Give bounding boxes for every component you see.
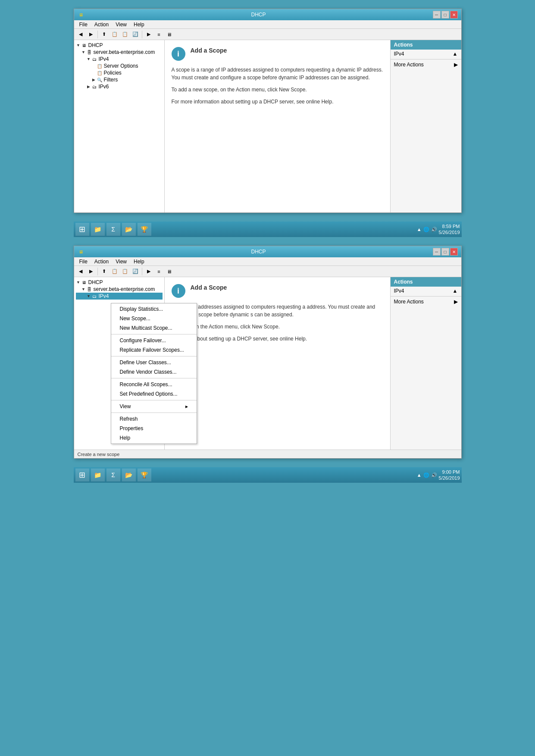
minimize-button-2[interactable]: ─ <box>433 248 441 256</box>
actions-more-label-2: More Actions <box>394 299 424 305</box>
sigma-btn-1[interactable]: Σ <box>106 223 120 236</box>
folder-btn-1[interactable]: 📂 <box>122 223 136 236</box>
file-explorer-btn-1[interactable]: 📁 <box>91 223 105 236</box>
toolbar-refresh-1[interactable]: 🔄 <box>131 30 140 39</box>
tree-item-server-2[interactable]: ▼ 🗄 server.beta-enterprise.com <box>76 286 163 293</box>
toolbar-copy-2[interactable]: 📋 <box>110 267 119 276</box>
ctx-configure-failover[interactable]: Configure Failover... <box>111 336 197 345</box>
ctx-define-vendor-classes[interactable]: Define Vendor Classes... <box>111 367 197 377</box>
file-explorer-btn-2[interactable]: 📁 <box>91 469 105 481</box>
toolbar-paste-1[interactable]: 📋 <box>120 30 130 39</box>
ipv6-icon: 🗂 <box>91 84 97 90</box>
menu-view-1[interactable]: View <box>112 21 130 28</box>
tray-arrow-2[interactable]: ▲ <box>417 472 422 478</box>
toolbar-up-2[interactable]: ⬆ <box>100 267 109 276</box>
actions-ipv4-2[interactable]: IPv4 ▲ <box>391 287 461 295</box>
expand-server-2[interactable]: ▼ <box>81 287 86 292</box>
tree-item-ipv4[interactable]: ▼ 🗂 IPv4 <box>76 56 163 62</box>
menu-action-1[interactable]: Action <box>91 21 112 28</box>
tree-label-filters: Filters <box>104 77 118 83</box>
toolbar-refresh-2[interactable]: 🔄 <box>131 267 140 276</box>
menu-bar-2: File Action View Help <box>74 257 461 266</box>
main-text-1: A scope is a range of IP addresses assig… <box>172 66 383 81</box>
tree-item-dhcp[interactable]: ▼ 🖥 DHCP <box>76 42 163 49</box>
actions-panel-2: Actions IPv4 ▲ More Actions ▶ <box>390 277 461 450</box>
ipv4-icon-2: 🗂 <box>91 293 97 299</box>
toolbar-export-1[interactable]: ▶ <box>144 30 153 39</box>
menu-action-2[interactable]: Action <box>91 258 112 265</box>
expand-ipv4[interactable]: ▼ <box>86 56 91 62</box>
tree-item-ipv6[interactable]: ▶ 🗂 IPv6 <box>76 83 163 90</box>
ctx-sep-1 <box>111 334 197 334</box>
toolbar-copy-1[interactable]: 📋 <box>110 30 119 39</box>
minimize-button-1[interactable]: ─ <box>433 11 441 19</box>
expand-server[interactable]: ▼ <box>81 50 86 55</box>
actions-more-1[interactable]: More Actions ▶ <box>391 60 461 69</box>
actions-more-2[interactable]: More Actions ▶ <box>391 297 461 306</box>
toolbar-properties-1[interactable]: 🖥 <box>165 30 174 39</box>
tree-item-server[interactable]: ▼ 🗄 server.beta-enterprise.com <box>76 49 163 56</box>
ctx-view[interactable]: View <box>111 402 197 411</box>
actions-header-2: Actions <box>391 277 461 287</box>
sigma-btn-2[interactable]: Σ <box>106 469 120 481</box>
tree-item-ipv4-2[interactable]: ▼ 🗂 IPv4 <box>76 293 163 300</box>
toolbar-forward-2[interactable]: ▶ <box>86 267 96 276</box>
toolbar-properties-2[interactable]: 🖥 <box>165 267 174 276</box>
ctx-sep-3 <box>111 378 197 378</box>
window-1: 🖥 DHCP ─ □ ✕ File Action View Help ◀ ▶ ⬆… <box>74 9 462 213</box>
tray-arrow-1[interactable]: ▲ <box>417 227 422 232</box>
dhcp-icon-2: 🖥 <box>81 279 87 285</box>
ctx-refresh[interactable]: Refresh <box>111 414 197 424</box>
toolbar-back-2[interactable]: ◀ <box>76 267 85 276</box>
toolbar-list-2[interactable]: ≡ <box>154 267 164 276</box>
ctx-help[interactable]: Help <box>111 433 197 443</box>
restore-button-1[interactable]: □ <box>441 11 449 19</box>
menu-view-2[interactable]: View <box>112 258 130 265</box>
restore-button-2[interactable]: □ <box>441 248 449 256</box>
tree-item-dhcp-2[interactable]: ▼ 🖥 DHCP <box>76 279 163 286</box>
expand-ipv6[interactable]: ▶ <box>86 84 91 89</box>
start-button-2[interactable]: ⊞ <box>75 469 89 481</box>
expand-dhcp-2[interactable]: ▼ <box>76 280 81 285</box>
taskbar-1: ⊞ 📁 Σ 📂 🏆 ▲ 🌐 🔊 8:59 PM 5/26/2019 <box>74 222 462 237</box>
actions-header-1: Actions <box>391 40 461 50</box>
close-button-2[interactable]: ✕ <box>450 248 458 256</box>
menu-file-1[interactable]: File <box>76 21 91 28</box>
toolbar-back-1[interactable]: ◀ <box>76 30 85 39</box>
ctx-display-statistics[interactable]: Display Statistics... <box>111 304 197 314</box>
tree-label-server: server.beta-enterprise.com <box>94 49 155 55</box>
ctx-properties[interactable]: Properties <box>111 424 197 433</box>
toolbar-export-2[interactable]: ▶ <box>144 267 153 276</box>
tree-item-server-options[interactable]: 📋 Server Options <box>76 62 163 69</box>
trophy-btn-1[interactable]: 🏆 <box>138 223 151 236</box>
folder-btn-2[interactable]: 📂 <box>122 469 136 481</box>
menu-file-2[interactable]: File <box>76 258 91 265</box>
ctx-define-user-classes[interactable]: Define User Classes... <box>111 358 197 367</box>
ctx-set-predefined[interactable]: Set Predefined Options... <box>111 389 197 399</box>
clock-date-2: 5/26/2019 <box>439 475 460 481</box>
actions-ipv4-1[interactable]: IPv4 ▲ <box>391 50 461 58</box>
clock-1[interactable]: 8:59 PM 5/26/2019 <box>439 223 460 236</box>
toolbar-list-1[interactable]: ≡ <box>154 30 164 39</box>
expand-filters[interactable]: ▶ <box>91 77 97 82</box>
start-button-1[interactable]: ⊞ <box>75 223 89 236</box>
expand-ipv4-2[interactable]: ▼ <box>86 294 91 299</box>
menu-help-2[interactable]: Help <box>130 258 148 265</box>
ctx-new-multicast-scope[interactable]: New Multicast Scope... <box>111 323 197 333</box>
ctx-reconcile-all[interactable]: Reconcile All Scopes... <box>111 380 197 389</box>
menu-help-1[interactable]: Help <box>130 21 148 28</box>
ctx-replicate-failover[interactable]: Replicate Failover Scopes... <box>111 345 197 355</box>
window-controls-1: ─ □ ✕ <box>433 11 458 19</box>
close-button-1[interactable]: ✕ <box>450 11 458 19</box>
toolbar-up-1[interactable]: ⬆ <box>100 30 109 39</box>
toolbar-forward-1[interactable]: ▶ <box>86 30 96 39</box>
clock-2[interactable]: 9:00 PM 5/26/2019 <box>439 469 460 481</box>
expand-dhcp[interactable]: ▼ <box>76 43 81 48</box>
toolbar-paste-2[interactable]: 📋 <box>120 267 130 276</box>
trophy-btn-2[interactable]: 🏆 <box>138 469 151 481</box>
tree-item-filters[interactable]: ▶ 🔍 Filters <box>76 76 163 83</box>
ctx-new-scope[interactable]: New Scope... <box>111 314 197 323</box>
tree-item-policies[interactable]: 📋 Policies <box>76 69 163 76</box>
taskbar-left-2: ⊞ 📁 Σ 📂 🏆 <box>75 469 151 481</box>
title-bar-2: 🖥 DHCP ─ □ ✕ <box>74 246 461 257</box>
